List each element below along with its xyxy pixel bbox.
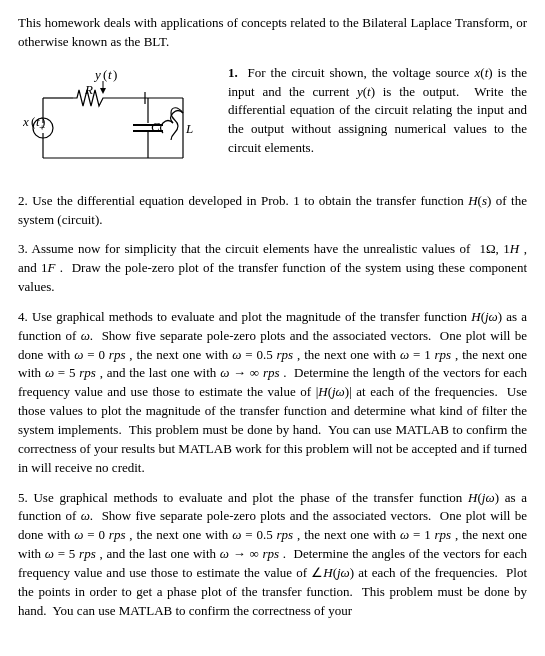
svg-text:y: y	[93, 68, 101, 82]
problem-5-text: 5. Use graphical methods to evaluate and…	[18, 489, 527, 621]
problem-2-text: 2. Use the differential equation develop…	[18, 192, 527, 230]
svg-text:t: t	[36, 114, 40, 129]
svg-text:(: (	[31, 114, 35, 129]
problem-4-text: 4. Use graphical methods to evaluate and…	[18, 308, 527, 478]
problem-1-section: y ( t ) R	[18, 64, 527, 178]
problem-3-section: 3. Assume now for simplicity that the ci…	[18, 240, 527, 297]
svg-text:C: C	[151, 119, 160, 134]
problem-1-label: 1.	[228, 65, 238, 80]
circuit-svg: y ( t ) R	[23, 68, 213, 183]
svg-text:): )	[41, 114, 45, 129]
intro-paragraph: This homework deals with applications of…	[18, 14, 527, 52]
problem-4-section: 4. Use graphical methods to evaluate and…	[18, 308, 527, 478]
problem-2-section: 2. Use the differential equation develop…	[18, 192, 527, 230]
problem-1-text: 1. For the circuit shown, the voltage so…	[228, 64, 527, 158]
svg-text:L: L	[185, 121, 193, 136]
svg-marker-5	[100, 88, 106, 94]
problem-5-section: 5. Use graphical methods to evaluate and…	[18, 489, 527, 621]
problem-3-text: 3. Assume now for simplicity that the ci…	[18, 240, 527, 297]
svg-text:): )	[113, 68, 117, 82]
circuit-diagram: y ( t ) R	[18, 64, 218, 178]
svg-text:x: x	[23, 114, 29, 129]
svg-text:(: (	[103, 68, 107, 82]
svg-text:t: t	[108, 68, 112, 82]
